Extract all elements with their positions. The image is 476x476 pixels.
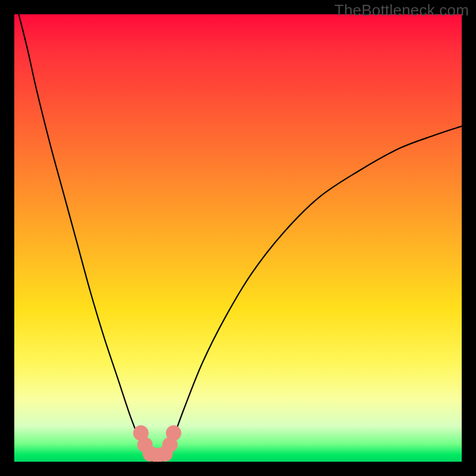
curve-right	[162, 126, 462, 462]
plot-area	[14, 14, 462, 462]
chart-container: TheBottleneck.com	[0, 0, 476, 476]
curve-layer	[14, 14, 462, 462]
curve-left	[19, 14, 154, 462]
marker-dot	[166, 425, 181, 441]
salmon-markers	[133, 425, 181, 462]
watermark-text: TheBottleneck.com	[334, 1, 469, 20]
